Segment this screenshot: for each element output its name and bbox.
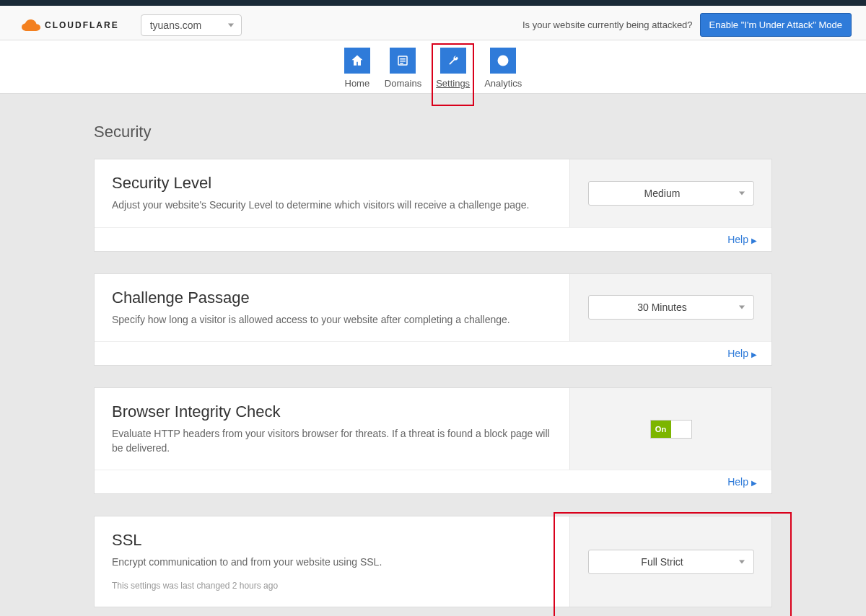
content: Security Security Level Adjust your webs…	[87, 94, 779, 616]
ssl-mode-select[interactable]: Full Strict	[588, 550, 754, 574]
attack-prompt-text: Is your website currently being attacked…	[522, 19, 693, 30]
browser-integrity-toggle[interactable]: On	[650, 420, 692, 439]
card-meta: This settings was last changed 2 hours a…	[112, 580, 552, 592]
toggle-handle	[671, 421, 691, 438]
nav-domains-label: Domains	[385, 78, 421, 89]
domains-icon	[390, 48, 416, 74]
help-label: Help	[727, 476, 748, 488]
chevron-down-icon	[739, 560, 745, 563]
svg-rect-1	[401, 58, 406, 60]
section-title: Security	[94, 123, 772, 141]
card-challenge-passage: Challenge Passage Specify how long a vis…	[94, 273, 772, 366]
card-desc: Evaluate HTTP headers from your visitors…	[112, 427, 552, 455]
select-value: Medium	[644, 188, 681, 199]
select-value: 30 Minutes	[637, 302, 686, 313]
chevron-right-icon: ▶	[751, 351, 757, 358]
card-browser-integrity: Browser Integrity Check Evaluate HTTP he…	[94, 387, 772, 494]
chevron-right-icon: ▶	[751, 237, 757, 245]
card-desc: Adjust your website's Security Level to …	[112, 198, 552, 213]
home-icon	[344, 48, 370, 74]
domain-select[interactable]: tyuans.com	[141, 14, 242, 36]
nav-analytics[interactable]: Analytics	[484, 48, 522, 89]
card-desc: Specify how long a visitor is allowed ac…	[112, 313, 552, 327]
card-ssl: SSL Encrypt communication to and from yo…	[94, 516, 772, 607]
chevron-down-icon	[228, 23, 234, 27]
nav-domains[interactable]: Domains	[385, 48, 421, 89]
help-link[interactable]: Help▶	[95, 227, 771, 251]
window-chrome	[0, 0, 866, 6]
help-label: Help	[727, 348, 748, 359]
nav-home[interactable]: Home	[344, 48, 370, 89]
card-title: Browser Integrity Check	[112, 402, 552, 421]
help-link[interactable]: Help▶	[95, 341, 771, 365]
brand-text: CLOUDFLARE	[45, 20, 119, 30]
main-nav: Home Domains Settings Analytics	[0, 40, 866, 94]
challenge-duration-select[interactable]: 30 Minutes	[588, 295, 754, 320]
card-title: SSL	[112, 531, 552, 550]
help-label: Help	[727, 234, 748, 245]
card-security-level: Security Level Adjust your website's Sec…	[94, 159, 772, 252]
nav-settings[interactable]: Settings	[436, 48, 470, 89]
chevron-right-icon: ▶	[751, 479, 757, 487]
chevron-down-icon	[739, 306, 745, 309]
wrench-icon	[440, 48, 466, 74]
nav-home-label: Home	[344, 78, 370, 89]
nav-analytics-label: Analytics	[484, 78, 522, 89]
card-desc: Encrypt communication to and from your w…	[112, 555, 552, 570]
security-level-select[interactable]: Medium	[588, 181, 754, 206]
nav-settings-label: Settings	[436, 78, 470, 89]
top-bar: CLOUDFLARE tyuans.com Is your website cu…	[0, 6, 866, 40]
svg-rect-2	[401, 61, 406, 62]
analytics-icon	[490, 48, 516, 74]
chevron-down-icon	[739, 191, 745, 195]
select-value: Full Strict	[641, 556, 683, 568]
svg-rect-3	[401, 63, 404, 64]
card-title: Challenge Passage	[112, 289, 552, 307]
card-title: Security Level	[112, 174, 552, 193]
help-link[interactable]: Help▶	[95, 470, 771, 493]
domain-select-value: tyuans.com	[150, 19, 202, 31]
toggle-on-label: On	[651, 421, 671, 438]
cloud-icon	[22, 19, 40, 31]
under-attack-button[interactable]: Enable "I'm Under Attack" Mode	[700, 13, 852, 37]
cloudflare-logo: CLOUDFLARE	[22, 19, 119, 31]
